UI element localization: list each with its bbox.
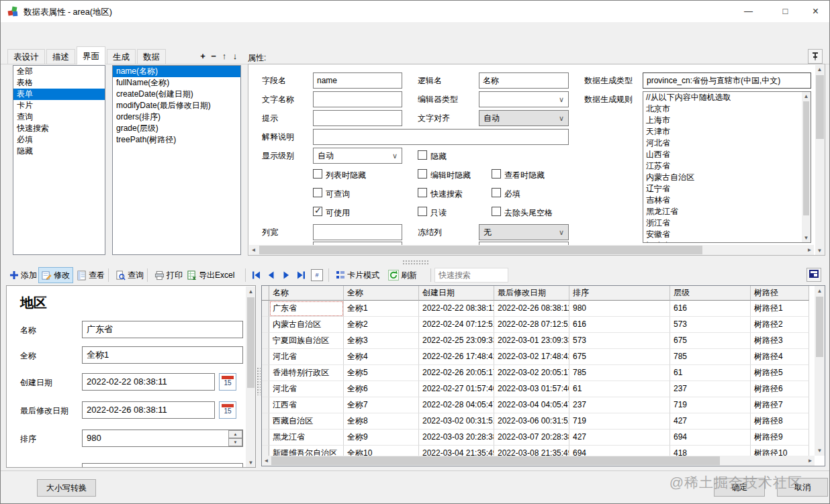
logic-name-input[interactable]: 名称 [479, 72, 569, 89]
cell-grade[interactable]: 694 [670, 430, 751, 446]
modify-date-calendar-button[interactable]: 15 [219, 401, 236, 419]
fullname-input[interactable]: 全称1 [82, 346, 243, 364]
cell-treepath[interactable]: 树路径3 [751, 333, 809, 349]
cell-fullname[interactable]: 全称6 [344, 381, 419, 397]
cell-modify-date[interactable]: 2022-03-02 20:05:17 [494, 365, 569, 381]
field-item[interactable]: createDate(创建日期) [113, 89, 240, 100]
column-header[interactable]: 创建日期 [419, 286, 494, 301]
table-row[interactable]: 河北省全称42022-02-26 17:48:422022-03-02 17:4… [262, 349, 809, 365]
cell-modify-date[interactable]: 2022-03-07 20:28:38 [494, 430, 569, 446]
cell-treepath[interactable]: 树路径7 [751, 397, 809, 413]
add-button[interactable]: 添加 [6, 267, 40, 283]
cell-create-date[interactable]: 2022-02-24 07:12:51 [419, 317, 494, 333]
field-add-button[interactable]: + [198, 51, 208, 61]
spin-down-icon[interactable]: ▼ [228, 438, 242, 446]
table-row[interactable]: 河北省全称62022-02-27 01:57:402022-03-03 01:5… [262, 381, 809, 397]
row-indicator[interactable] [262, 333, 269, 349]
cell-orders[interactable]: 616 [569, 317, 670, 333]
tab[interactable]: 数据 [137, 49, 166, 64]
column-header[interactable]: 名称 [269, 286, 344, 301]
category-item[interactable]: 表单 [13, 89, 105, 100]
field-item[interactable]: treePath(树路径) [113, 134, 240, 146]
create-date-calendar-button[interactable]: 15 [219, 373, 236, 391]
cell-name[interactable]: 河北省 [269, 349, 344, 365]
field-name-input[interactable]: name [313, 72, 402, 89]
gen-rule-item[interactable]: 河北省 [643, 138, 802, 149]
cell-modify-date[interactable]: 2022-03-02 17:48:42 [494, 349, 569, 365]
column-header[interactable]: 全称 [344, 286, 419, 301]
edit-button[interactable]: 修改 [38, 267, 73, 283]
table-row[interactable]: 内蒙古自治区全称22022-02-24 07:12:512022-02-28 0… [262, 317, 809, 333]
query-button[interactable]: 查询 [112, 267, 147, 283]
cell-create-date[interactable]: 2022-02-26 17:48:42 [419, 349, 494, 365]
orders-spinner[interactable]: ▲ ▼ [228, 430, 243, 447]
cell-orders[interactable]: 61 [569, 381, 670, 397]
tab[interactable]: 表设计 [7, 49, 45, 64]
cell-treepath[interactable]: 树路径9 [751, 430, 809, 446]
field-item[interactable]: grade(层级) [113, 123, 240, 134]
cell-treepath[interactable]: 树路径8 [751, 413, 809, 430]
cell-create-date[interactable]: 2022-02-22 08:38:11 [419, 301, 494, 317]
text-align-select[interactable]: 自动 [479, 110, 569, 126]
cell-treepath[interactable]: 树路径5 [751, 365, 809, 381]
cell-name[interactable]: 黑龙江省 [269, 430, 344, 446]
hide-in-list-checkbox[interactable] [313, 169, 322, 179]
category-item[interactable]: 全部 [13, 66, 105, 77]
gen-rule-item[interactable]: 江苏省 [643, 160, 802, 172]
required-checkbox[interactable] [492, 188, 501, 197]
hide-in-edit-checkbox[interactable] [418, 169, 427, 179]
gen-rule-item[interactable]: 上海市 [643, 115, 802, 126]
cell-name[interactable]: 广东省 [269, 301, 344, 317]
column-header[interactable]: 树路径 [751, 286, 809, 301]
cancel-button[interactable]: 取消 [777, 478, 828, 497]
cell-treepath[interactable]: 树路径2 [751, 317, 809, 333]
minimize-button[interactable]: — [733, 1, 764, 21]
category-item[interactable]: 表格 [13, 77, 105, 89]
table-row[interactable]: 宁夏回族自治区全称32022-02-25 23:09:332022-03-01 … [262, 333, 809, 349]
cell-create-date[interactable]: 2022-02-28 04:05:47 [419, 397, 494, 413]
gen-rule-item[interactable]: 吉林省 [643, 195, 802, 206]
quick-search-input[interactable] [434, 268, 508, 283]
cell-grade[interactable]: 61 [670, 365, 751, 381]
category-item[interactable]: 快速搜索 [13, 123, 105, 134]
cell-grade[interactable]: 427 [670, 413, 751, 430]
queryable-checkbox[interactable] [313, 188, 322, 197]
cell-treepath[interactable]: 树路径6 [751, 381, 809, 397]
table-row[interactable]: 西藏自治区全称82022-03-02 00:31:512022-03-06 00… [262, 413, 809, 430]
print-button[interactable]: 打印 [151, 267, 186, 283]
grid-vscrollbar[interactable]: ▲ ▼ [815, 286, 825, 456]
field-remove-button[interactable]: − [209, 51, 218, 61]
field-move-up-button[interactable]: ↑ [220, 51, 229, 61]
cell-fullname[interactable]: 全称8 [344, 413, 419, 430]
row-indicator[interactable] [262, 397, 269, 413]
cell-fullname[interactable]: 全称7 [344, 397, 419, 413]
cell-modify-date[interactable]: 2022-03-03 01:57:40 [494, 381, 569, 397]
gen-rule-item[interactable]: 天津市 [643, 126, 802, 138]
cell-name[interactable]: 河北省 [269, 381, 344, 397]
tab[interactable]: 生成 [107, 49, 136, 64]
category-item[interactable]: 查询 [13, 111, 105, 123]
table-row[interactable]: 香港特别行政区全称52022-02-26 20:05:172022-03-02 … [262, 365, 809, 381]
row-indicator[interactable] [262, 317, 269, 333]
field-item[interactable]: name(名称) [113, 66, 240, 77]
gen-type-input[interactable]: province_cn:省份与直辖市(中国,中文) [643, 72, 811, 89]
cell-grade[interactable]: 719 [670, 397, 751, 413]
table-row[interactable]: 广东省全称12022-02-22 08:38:112022-02-26 08:3… [262, 301, 809, 317]
col-width-input[interactable] [313, 224, 402, 240]
cell-create-date[interactable]: 2022-03-02 00:31:51 [419, 413, 494, 430]
view-button[interactable]: 查看 [73, 267, 108, 283]
gen-rule-item[interactable]: 内蒙古自治区 [643, 172, 802, 183]
tab[interactable]: 界面 [77, 46, 105, 64]
panel-toggle-button[interactable] [806, 268, 821, 282]
row-indicator[interactable] [262, 430, 269, 446]
row-indicator[interactable] [262, 365, 269, 381]
hidden-checkbox[interactable] [418, 150, 427, 160]
cell-modify-date[interactable]: 2022-03-04 04:05:47 [494, 397, 569, 413]
gen-rule-item[interactable]: //从以下内容中随机选取 [643, 92, 802, 103]
row-indicator[interactable] [262, 381, 269, 397]
readonly-checkbox[interactable] [418, 207, 427, 216]
field-item[interactable]: orders(排序) [113, 111, 240, 123]
create-date-input[interactable]: 2022-02-22 08:38:11 [82, 373, 215, 391]
cell-grade[interactable]: 573 [670, 317, 751, 333]
splitter-handle[interactable] [402, 260, 429, 264]
